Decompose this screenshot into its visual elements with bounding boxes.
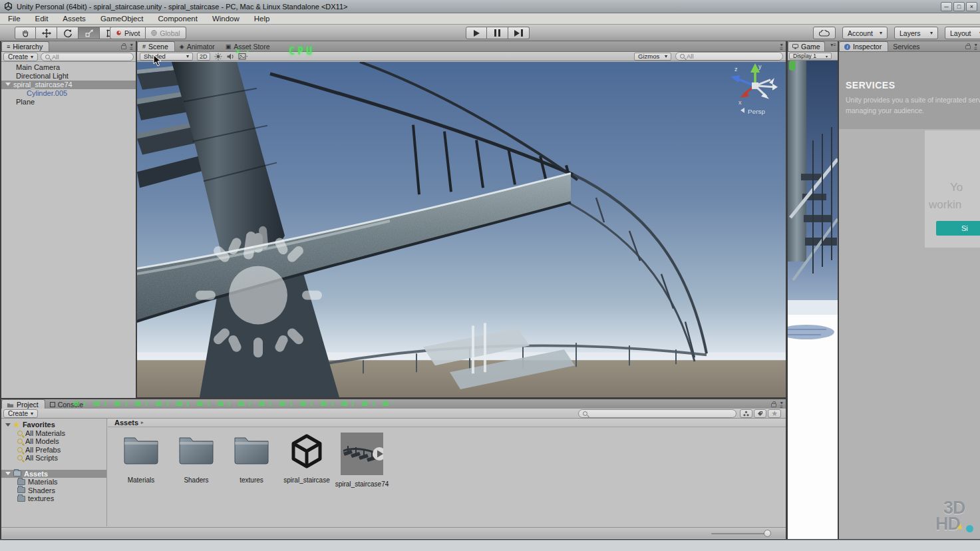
asset-item-textures[interactable]: textures (224, 433, 279, 484)
inspector-tab-label: Inspector (853, 43, 882, 51)
menu-file[interactable]: File (8, 15, 21, 23)
tab-scene[interactable]: # Scene (137, 41, 175, 51)
menu-window[interactable]: Window (212, 15, 240, 23)
step-button[interactable] (508, 27, 530, 39)
thumbnail-size-slider[interactable] (711, 533, 767, 534)
expander-icon[interactable] (5, 472, 11, 475)
tab-animator[interactable]: ◈ Animator (175, 41, 221, 51)
panel-menu-icon[interactable]: ▾≡ (830, 43, 836, 47)
favorite-search-button[interactable]: ★ (768, 409, 781, 418)
tab-project[interactable]: Project (1, 399, 45, 409)
project-icon (7, 402, 14, 408)
menu-gameobject[interactable]: GameObject (100, 15, 144, 23)
expander-icon[interactable] (5, 83, 11, 86)
scene-audio-toggle[interactable] (226, 53, 234, 61)
asset-item-spiral-staircase[interactable]: spiral_staircase (279, 433, 334, 484)
overlay-artifact-marks: × · (236, 47, 250, 56)
gizmos-dropdown[interactable]: Gizmos ▾ (634, 53, 671, 61)
tree-materials[interactable]: Materials (1, 478, 106, 486)
hierarchy-item-cylinder-005[interactable]: Cylinder.005 (1, 89, 136, 98)
hierarchy-create-button[interactable]: Create ▾ (3, 53, 38, 61)
breadcrumb-caret-icon: ▸ (141, 420, 144, 425)
search-by-type-button[interactable] (740, 409, 752, 418)
tree-all-scripts[interactable]: All Scripts (1, 454, 106, 462)
sign-in-button[interactable]: Si (936, 221, 980, 236)
display-dropdown[interactable]: Display 1 ▾ (789, 53, 832, 59)
game-viewport[interactable] (788, 61, 838, 539)
move-tool-button[interactable] (36, 27, 57, 39)
lock-icon[interactable] (771, 403, 776, 407)
scene-lighting-toggle[interactable] (214, 53, 222, 61)
folder-icon (177, 433, 216, 466)
menu-assets[interactable]: Assets (63, 15, 86, 23)
pivot-toggle[interactable]: Pivot (110, 27, 146, 39)
layout-dropdown[interactable]: Layout ▾ (945, 27, 980, 39)
close-button[interactable]: × (966, 2, 977, 11)
tree-all-models[interactable]: All Models (1, 437, 106, 446)
video-watermark: 3D HD (934, 500, 980, 540)
scene-search-input[interactable]: All (675, 52, 783, 61)
cloud-button[interactable] (813, 27, 836, 39)
inspector-panel: i Inspector Services ▾≡ SERVICES Unity p… (839, 41, 980, 539)
tree-assets-root[interactable]: Assets (1, 470, 106, 478)
asset-item-shaders[interactable]: Shaders (169, 433, 224, 484)
asset-item-materials[interactable]: Materials (114, 433, 168, 484)
tab-inspector[interactable]: i Inspector (839, 41, 888, 51)
tree-textures[interactable]: textures (1, 494, 106, 503)
breadcrumb-label[interactable]: Assets (114, 419, 138, 427)
panel-menu-icon[interactable]: ▾≡ (130, 43, 133, 51)
hierarchy-item-directional-light[interactable]: Directional Light (1, 72, 136, 81)
menu-help[interactable]: Help (254, 15, 270, 23)
shading-mode-dropdown[interactable]: Shaded ▾ (140, 53, 193, 61)
animator-icon: ◈ (180, 43, 184, 50)
lock-icon[interactable] (121, 45, 126, 49)
slider-handle[interactable] (764, 530, 771, 537)
project-create-button[interactable]: Create ▾ (3, 409, 38, 418)
folder-icon (122, 433, 160, 466)
tab-hierarchy[interactable]: ≡ Hierarchy (1, 41, 49, 51)
tree-all-materials[interactable]: All Materials (1, 429, 106, 438)
tree-item-label: textures (28, 494, 54, 503)
tree-item-label: Shaders (28, 486, 55, 495)
hierarchy-item-main-camera[interactable]: Main Camera (1, 63, 136, 72)
play-button[interactable] (466, 27, 487, 39)
panel-menu-icon[interactable]: ▾≡ (780, 43, 783, 51)
services-banner: SERVICES Unity provides you a suite of i… (839, 52, 980, 129)
hierarchy-item-spiral-staircase74[interactable]: spiral_staircase74 (1, 81, 136, 89)
menu-edit[interactable]: Edit (35, 15, 49, 23)
hierarchy-search-input[interactable]: All (41, 53, 134, 61)
inspector-icon: i (844, 44, 850, 50)
lock-icon[interactable] (965, 45, 971, 49)
hierarchy-item-plane[interactable]: Plane (1, 98, 136, 106)
search-by-label-button[interactable] (754, 409, 766, 418)
2d-toggle[interactable]: 2D (197, 53, 210, 61)
tree-all-prefabs[interactable]: All Prefabs (1, 446, 106, 455)
tree-shaders[interactable]: Shaders (1, 486, 106, 495)
account-dropdown[interactable]: Account ▾ (842, 27, 888, 39)
panel-menu-icon[interactable]: ▾≡ (974, 43, 977, 51)
asset-item-spiral-staircase74[interactable]: spiral_staircase74 (335, 433, 389, 488)
tree-favorites[interactable]: ★ Favorites (1, 421, 106, 429)
unity-editor-window: { "window": { "title": "Unity Personal (… (0, 0, 980, 551)
display-label: Display 1 (793, 53, 816, 59)
expander-icon[interactable] (5, 423, 11, 427)
hand-tool-button[interactable] (15, 27, 36, 39)
rotate-tool-button[interactable] (57, 27, 79, 39)
folder-icon (17, 479, 25, 485)
persp-label[interactable]: Persp (748, 108, 766, 115)
tab-game[interactable]: Game (788, 41, 825, 51)
asset-grid: Materials Shaders textures (108, 427, 786, 526)
project-search-input[interactable] (578, 409, 736, 418)
minimize-button[interactable]: ─ (941, 2, 952, 11)
menu-component[interactable]: Component (158, 15, 197, 23)
pause-button[interactable] (487, 27, 508, 39)
scale-tool-button[interactable] (79, 27, 100, 39)
global-toggle[interactable]: Global (146, 27, 186, 39)
maximize-button[interactable]: □ (953, 2, 965, 11)
asset-label: Shaders (169, 476, 224, 484)
tab-services[interactable]: Services (888, 41, 925, 51)
scene-viewport[interactable]: z x y Persp (137, 62, 786, 397)
step-icon (514, 29, 523, 37)
chevron-down-icon: ▾ (826, 54, 828, 59)
layers-dropdown[interactable]: Layers ▾ (894, 27, 938, 39)
